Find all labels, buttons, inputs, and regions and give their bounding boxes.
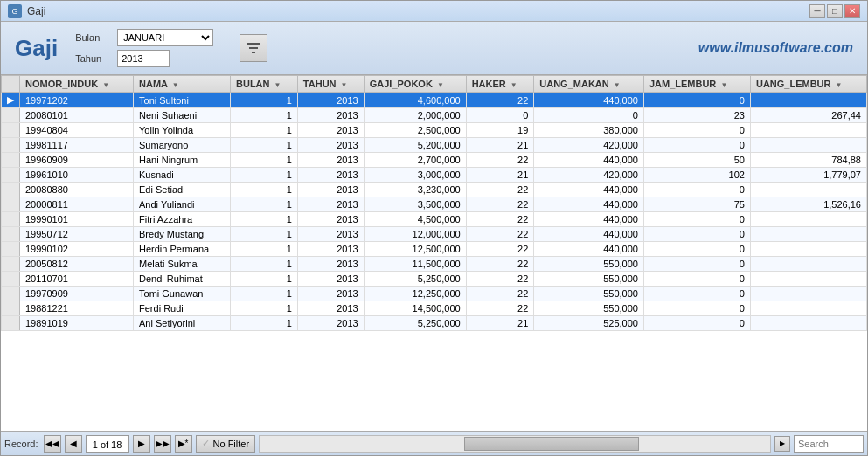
filter-button[interactable] [240,34,267,62]
table-cell: 19 [466,123,534,138]
table-cell: 550,000 [534,272,644,287]
table-cell: 22 [466,301,534,316]
row-indicator [2,212,20,227]
app-title: Gaji [15,35,58,62]
table-cell: 19990102 [20,242,134,257]
row-indicator [2,153,20,168]
table-cell: Bredy Mustang [134,227,231,242]
table-cell: 5,200,000 [364,138,466,153]
table-cell: 525,000 [534,316,644,331]
table-row[interactable]: 19990102Herdin Permana1201312,500,000224… [2,242,867,257]
table-row[interactable]: 20080880Edi Setiadi120133,230,00022440,0… [2,183,867,197]
table-cell: 1 [231,212,298,227]
table-row[interactable]: 19940804Yolin Yolinda120132,500,00019380… [2,123,867,138]
table-row[interactable]: 19881221Ferdi Rudi1201314,500,00022550,0… [2,301,867,316]
table-row[interactable]: 20110701Dendi Ruhimat120135,250,00022550… [2,272,867,287]
table-cell: 2013 [297,301,364,316]
table-cell: 2,500,000 [364,123,466,138]
table-cell [750,257,866,272]
table-row[interactable]: 19970909Tomi Gunawan1201312,250,00022550… [2,287,867,301]
table-cell: 2013 [297,287,364,301]
table-cell: Sumaryono [134,138,231,153]
table-row[interactable]: 20080101Neni Suhaeni120132,000,000002326… [2,108,867,123]
table-cell: 0 [643,316,750,331]
row-indicator [2,197,20,212]
nav-prev-button[interactable]: ◀ [65,435,82,453]
table-cell: Ferdi Rudi [134,301,231,316]
search-input[interactable] [794,435,864,453]
table-cell: 19971202 [20,93,134,108]
row-indicator [2,301,20,316]
col-uang-makan[interactable]: UANG_MAKAN ▼ [534,76,644,93]
table-cell: 1 [231,287,298,301]
table-cell: 20080880 [20,183,134,197]
table-cell: 267,44 [750,108,866,123]
col-bulan[interactable]: BULAN ▼ [231,76,298,93]
table-cell: 102 [643,168,750,183]
table-cell: 784,88 [750,153,866,168]
minimize-button[interactable]: ─ [809,4,825,18]
table-cell: 22 [466,242,534,257]
table-cell: 1 [231,272,298,287]
nav-new-button[interactable]: ▶* [175,435,192,453]
table-row[interactable]: ▶19971202Toni Sultoni120134,600,00022440… [2,93,867,108]
bulan-label: Bulan [75,32,110,43]
scroll-right-button[interactable]: ▶ [774,436,790,452]
table-cell [750,272,866,287]
table-cell: Melati Sukma [134,257,231,272]
table-cell: 23 [643,108,750,123]
table-cell: 2013 [297,123,364,138]
table-row[interactable]: 19961010Kusnadi120133,000,00021420,00010… [2,168,867,183]
no-filter-button[interactable]: ✓ No Filter [196,435,256,453]
maximize-button[interactable]: □ [827,4,843,18]
table-row[interactable]: 19891019Ani Setiyorini120135,250,0002152… [2,316,867,331]
table-cell: 50 [643,153,750,168]
table-cell: 20110701 [20,272,134,287]
table-scroll[interactable]: NOMOR_INDUK ▼ NAMA ▼ BULAN ▼ TAHUN ▼ GAJ… [1,75,867,431]
table-cell [750,227,866,242]
table-row[interactable]: 19990101Fitri Azzahra120134,500,00022440… [2,212,867,227]
app-icon: G [8,4,22,18]
table-cell: Toni Sultoni [134,93,231,108]
table-row[interactable]: 19950712Bredy Mustang1201312,000,0002244… [2,227,867,242]
title-bar: G Gaji ─ □ ✕ [1,1,867,22]
col-uang-lembur[interactable]: UANG_LEMBUR ▼ [750,76,866,93]
col-gaji-pokok[interactable]: GAJI_POKOK ▼ [364,76,466,93]
table-cell: 2013 [297,138,364,153]
table-header-row: NOMOR_INDUK ▼ NAMA ▼ BULAN ▼ TAHUN ▼ GAJ… [2,76,867,93]
col-tahun[interactable]: TAHUN ▼ [297,76,364,93]
table-cell: 420,000 [534,168,644,183]
nav-first-button[interactable]: ◀◀ [44,435,61,453]
table-cell: 440,000 [534,197,644,212]
bulan-select[interactable]: JANUARI FEBRUARI MARET [117,29,213,46]
table-row[interactable]: 20000811Andi Yuliandi120133,500,00022440… [2,197,867,212]
table-cell: 2013 [297,153,364,168]
table-row[interactable]: 19981117Sumaryono120135,200,00021420,000… [2,138,867,153]
table-cell: 19950712 [20,227,134,242]
horizontal-scrollbar[interactable] [259,435,771,453]
table-cell: 1 [231,153,298,168]
table-cell: 12,500,000 [364,242,466,257]
col-nomor-induk[interactable]: NOMOR_INDUK ▼ [20,76,134,93]
tahun-input[interactable] [117,50,170,67]
col-nama[interactable]: NAMA ▼ [134,76,231,93]
nav-next-button[interactable]: ▶ [133,435,150,453]
table-cell: 5,250,000 [364,316,466,331]
table-row[interactable]: 20050812Melati Sukma1201311,500,00022550… [2,257,867,272]
record-current: 1 of 18 [86,435,129,453]
table-cell [750,138,866,153]
close-button[interactable]: ✕ [844,4,860,18]
table-cell: 0 [643,242,750,257]
nav-last-button[interactable]: ▶▶ [154,435,171,453]
table-cell: 2013 [297,242,364,257]
table-cell: 22 [466,272,534,287]
col-jam-lembur[interactable]: JAM_LEMBUR ▼ [643,76,750,93]
scroll-thumb-horizontal[interactable] [464,437,639,451]
table-row[interactable]: 19960909Hani Ningrum120132,700,00022440,… [2,153,867,168]
row-indicator [2,108,20,123]
form-fields: Bulan JANUARI FEBRUARI MARET Tahun [75,29,213,67]
table-cell: 19961010 [20,168,134,183]
record-label: Record: [4,439,38,449]
col-haker[interactable]: HAKER ▼ [466,76,534,93]
table-cell: 1 [231,316,298,331]
